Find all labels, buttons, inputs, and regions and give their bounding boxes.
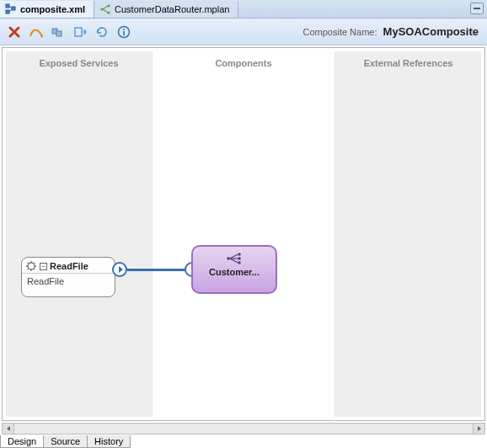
- lane-external-references[interactable]: External References: [335, 51, 481, 417]
- composite-file-icon: [5, 3, 17, 15]
- svg-line-32: [230, 259, 238, 263]
- scroll-track[interactable]: [14, 424, 473, 434]
- svg-line-23: [34, 269, 35, 269]
- svg-rect-13: [75, 28, 82, 36]
- component-node-customer[interactable]: Customer...: [191, 245, 277, 294]
- svg-line-25: [28, 269, 29, 269]
- mediator-icon: [225, 252, 244, 265]
- view-tab-design[interactable]: Design: [0, 435, 44, 448]
- collapse-toggle[interactable]: −: [40, 263, 47, 270]
- svg-point-15: [123, 28, 125, 29]
- scroll-left-button[interactable]: [3, 424, 14, 434]
- refresh-button[interactable]: [94, 24, 110, 40]
- svg-point-26: [227, 257, 230, 260]
- lane-components-label: Components: [153, 51, 334, 68]
- info-button[interactable]: [116, 24, 131, 40]
- delete-button[interactable]: [7, 24, 22, 40]
- readfile-output-port[interactable]: [112, 262, 127, 277]
- service-node-readfile[interactable]: − ReadFile ReadFile: [21, 257, 115, 297]
- view-tab-history[interactable]: History: [87, 435, 131, 448]
- svg-point-29: [238, 261, 241, 264]
- composite-name-value: MySOAComposite: [383, 25, 479, 38]
- svg-line-22: [28, 263, 29, 264]
- svg-line-24: [34, 263, 35, 264]
- lane-exposed-services[interactable]: Exposed Services: [6, 51, 153, 417]
- svg-rect-0: [6, 4, 9, 8]
- mplan-file-icon: [99, 3, 111, 15]
- svg-line-30: [230, 254, 238, 259]
- svg-point-27: [238, 253, 241, 256]
- swimlanes: Exposed Services Components External Ref…: [6, 51, 481, 417]
- editor-tab-bar: composite.xml CustomerDataRouter.mplan: [0, 0, 487, 19]
- export-button[interactable]: [72, 24, 88, 40]
- lane-exposed-label: Exposed Services: [6, 51, 152, 68]
- readfile-subtitle: ReadFile: [22, 274, 115, 289]
- composite-name-section: Composite Name: MySOAComposite: [302, 25, 479, 38]
- composite-toolbar: Composite Name: MySOAComposite: [0, 19, 487, 45]
- tab-composite-label: composite.xml: [20, 4, 85, 14]
- svg-rect-16: [123, 31, 125, 35]
- svg-line-8: [103, 6, 108, 9]
- tab-mplan-label: CustomerDataRouter.mplan: [115, 4, 229, 14]
- customer-node-title: Customer...: [209, 267, 260, 277]
- composite-name-label: Composite Name:: [302, 27, 377, 37]
- svg-point-17: [28, 263, 35, 269]
- lane-components[interactable]: Components: [153, 51, 335, 417]
- lane-external-label: External References: [335, 51, 481, 68]
- horizontal-scrollbar[interactable]: [2, 423, 485, 435]
- svg-rect-2: [12, 7, 15, 10]
- composite-canvas[interactable]: Exposed Services Components External Ref…: [2, 47, 485, 421]
- scroll-right-button[interactable]: [473, 424, 484, 434]
- readfile-title: ReadFile: [50, 261, 88, 271]
- wire-button[interactable]: [29, 24, 44, 40]
- wire-readfile-to-customer[interactable]: [127, 269, 186, 271]
- tab-mplan[interactable]: CustomerDataRouter.mplan: [94, 1, 238, 18]
- svg-rect-12: [56, 31, 62, 36]
- tab-composite[interactable]: composite.xml: [0, 1, 94, 18]
- copy-button[interactable]: [51, 24, 66, 40]
- view-tab-source[interactable]: Source: [43, 435, 88, 448]
- minimize-editor-button[interactable]: [470, 3, 484, 14]
- gear-icon: [25, 260, 37, 272]
- svg-rect-1: [6, 10, 9, 13]
- svg-line-9: [103, 9, 108, 13]
- svg-point-28: [238, 257, 241, 260]
- editor-view-tabs: Design Source History: [0, 435, 130, 448]
